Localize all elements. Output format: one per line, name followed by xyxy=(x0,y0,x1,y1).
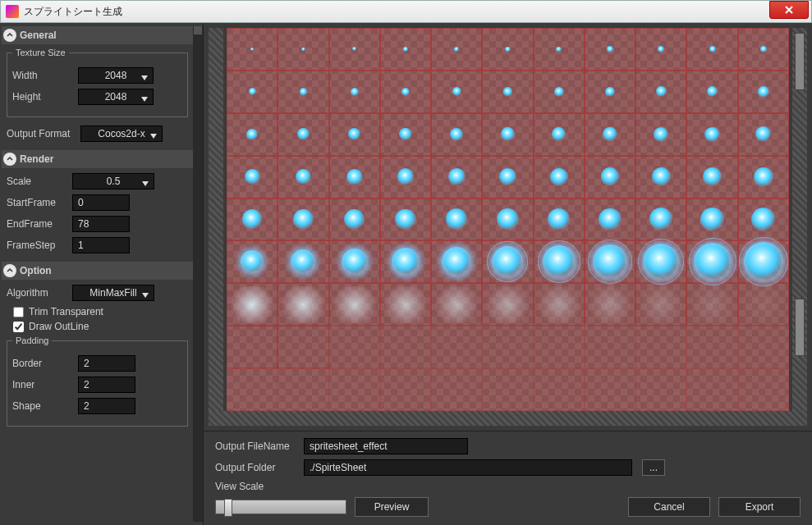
orb-sprite xyxy=(755,126,771,142)
trim-transparent-label: Trim Transparent xyxy=(29,306,103,317)
trim-transparent-checkbox[interactable] xyxy=(13,307,24,317)
framestep-input[interactable] xyxy=(72,237,130,253)
sprite-cell xyxy=(534,71,585,113)
output-format-select[interactable]: Cocos2d-x xyxy=(80,126,163,142)
orb-sprite xyxy=(250,48,254,51)
border-input[interactable] xyxy=(78,355,135,372)
horizontal-scrollbar[interactable] xyxy=(209,411,807,426)
sprite-cell xyxy=(585,240,635,283)
sidebar-scrollbar[interactable] xyxy=(193,26,203,522)
sprite-cell xyxy=(431,71,482,113)
export-button[interactable]: Export xyxy=(718,497,801,517)
sprite-cell xyxy=(482,283,533,326)
sprite-cell xyxy=(278,199,328,241)
sprite-cell xyxy=(227,71,278,113)
scale-select[interactable]: 0.5 xyxy=(72,173,154,189)
fog-sprite xyxy=(690,286,734,323)
sprite-cell xyxy=(686,71,737,113)
orb-sprite xyxy=(499,168,517,186)
sprite-cell xyxy=(635,199,686,241)
fog-sprite xyxy=(281,286,325,323)
sprite-cell xyxy=(227,113,278,156)
sprite-cell xyxy=(431,156,482,199)
output-folder-input[interactable] xyxy=(304,459,632,476)
caret-down-icon xyxy=(142,290,149,301)
fog-sprite xyxy=(383,286,428,323)
algorithm-select[interactable]: MinMaxFill xyxy=(72,285,154,301)
slider-knob[interactable] xyxy=(224,499,232,517)
close-button[interactable] xyxy=(769,1,809,19)
scrollbar-thumb[interactable] xyxy=(795,33,805,90)
app-icon xyxy=(6,5,19,18)
sprite-cell xyxy=(686,199,737,241)
section-render-label: Render xyxy=(20,153,53,165)
inner-input[interactable] xyxy=(78,377,135,393)
orb-sprite xyxy=(348,128,360,140)
orb-sprite xyxy=(694,243,732,281)
spritesheet-preview[interactable] xyxy=(227,28,789,411)
orb-sprite xyxy=(395,209,416,231)
orb-sprite xyxy=(760,46,768,53)
sprite-cell xyxy=(686,368,737,411)
draw-outline-label: Draw OutLine xyxy=(29,321,89,332)
output-filename-input[interactable] xyxy=(304,438,468,454)
vertical-scrollbar[interactable] xyxy=(792,28,807,411)
output-filename-label: Output FileName xyxy=(215,441,304,452)
shape-input[interactable] xyxy=(78,398,135,414)
sprite-cell xyxy=(482,156,533,199)
sprite-cell xyxy=(585,28,635,71)
section-option-header[interactable]: Option xyxy=(2,262,200,280)
sprite-cell xyxy=(635,28,686,71)
orb-sprite xyxy=(744,242,783,281)
browse-button[interactable]: ... xyxy=(642,459,665,476)
orb-sprite xyxy=(492,246,523,277)
content-area: Output FileName Output Folder ... View S… xyxy=(204,23,812,525)
endframe-input[interactable] xyxy=(72,216,130,232)
orb-sprite xyxy=(442,247,471,276)
sprite-cell xyxy=(278,240,328,283)
orb-sprite xyxy=(603,127,617,141)
sprite-cell xyxy=(686,113,737,156)
scrollbar-up-button[interactable] xyxy=(194,26,202,34)
preview-button[interactable]: Preview xyxy=(355,497,429,517)
sprite-cell xyxy=(738,240,789,283)
cancel-button[interactable]: Cancel xyxy=(628,497,710,517)
sprite-cell xyxy=(686,28,737,71)
sprite-cell xyxy=(738,199,789,241)
section-general-header[interactable]: General xyxy=(2,26,200,44)
sprite-cell xyxy=(482,28,533,71)
view-scale-slider[interactable] xyxy=(215,500,346,514)
fog-sprite xyxy=(639,286,683,323)
sprite-cell xyxy=(585,113,635,156)
section-render-header[interactable]: Render xyxy=(2,150,200,168)
sprite-cell xyxy=(278,283,328,326)
draw-outline-checkbox[interactable] xyxy=(13,322,24,332)
sprite-cell xyxy=(278,156,328,199)
orb-sprite xyxy=(301,48,305,51)
fog-sprite xyxy=(588,286,632,323)
width-select[interactable]: 2048 xyxy=(78,67,154,84)
sprite-cell xyxy=(329,71,380,113)
orb-sprite xyxy=(552,127,566,141)
caret-down-icon xyxy=(141,72,148,84)
sprite-cell xyxy=(329,326,380,368)
sprite-cell xyxy=(738,28,789,71)
sidebar: General Texture Size Width 2048 Height 2… xyxy=(0,23,204,525)
sprite-cell xyxy=(380,71,431,113)
startframe-input[interactable] xyxy=(72,194,130,211)
orb-sprite xyxy=(601,167,619,185)
sprite-cell xyxy=(534,28,585,71)
orb-sprite xyxy=(543,245,576,278)
endframe-label: EndFrame xyxy=(7,218,72,230)
scrollbar-thumb[interactable] xyxy=(795,299,805,356)
height-select[interactable]: 2048 xyxy=(78,89,154,105)
sprite-cell xyxy=(431,368,482,411)
fog-sprite xyxy=(434,286,479,323)
sprite-cell xyxy=(686,326,737,368)
sprite-cell xyxy=(686,156,737,199)
title-bar: スプライトシート生成 xyxy=(0,0,812,23)
sprite-cell xyxy=(329,368,380,411)
sprite-cell xyxy=(482,71,533,113)
sprite-cell xyxy=(227,283,278,326)
shape-label: Shape xyxy=(12,400,78,412)
